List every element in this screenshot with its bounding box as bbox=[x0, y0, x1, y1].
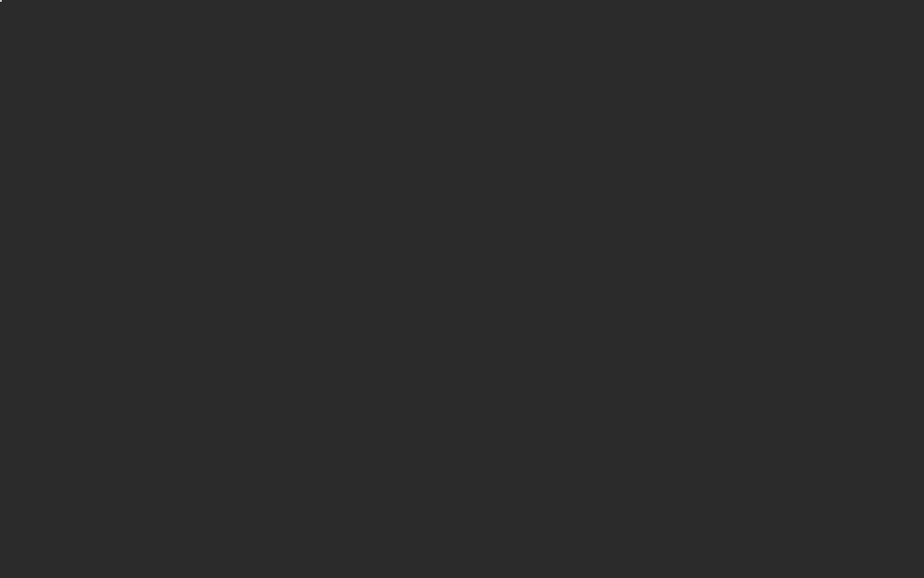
highlight-box bbox=[0, 0, 2, 2]
